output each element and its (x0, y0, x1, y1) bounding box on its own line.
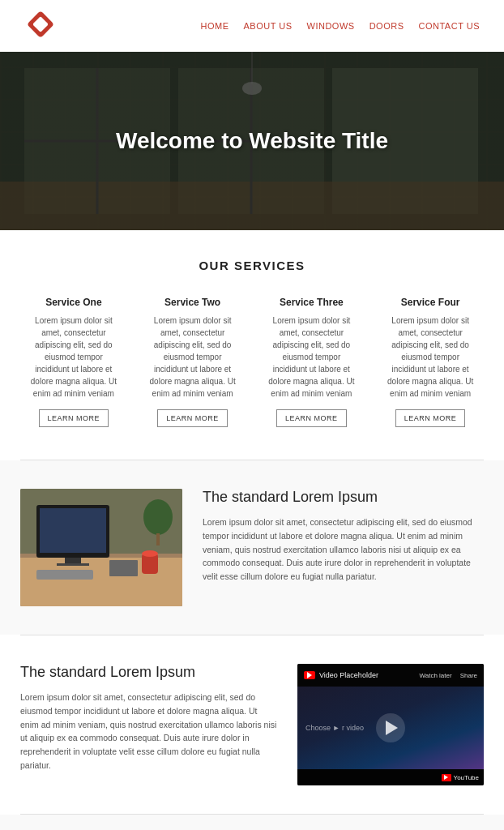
video-top-bar: Video Placeholder Watch later Share (297, 664, 484, 687)
service-desc-3: Lorem ipsum dolor sit amet, consectetur … (265, 314, 359, 400)
nav-windows[interactable]: WINDOWS (307, 21, 355, 31)
video-play-button[interactable] (376, 713, 405, 742)
learn-more-btn-4[interactable]: LEARN MORE (395, 409, 466, 427)
svg-rect-23 (109, 560, 138, 576)
svg-rect-25 (156, 533, 160, 545)
svg-point-24 (143, 499, 173, 535)
yt-play-triangle (307, 672, 312, 678)
services-grid: Service One Lorem ipsum dolor sit amet, … (20, 293, 484, 431)
service-desc-1: Lorem ipsum dolor sit amet, consectetur … (27, 314, 121, 400)
play-triangle-icon (386, 721, 398, 735)
feature-row-1: The standard Lorem Ipsum Lorem ipsum dol… (20, 489, 484, 606)
youtube-logo: YouTube (442, 774, 479, 781)
services-title: OUR SERVICES (20, 259, 484, 272)
yt-logo-play (444, 775, 448, 780)
logo[interactable] (24, 8, 57, 43)
learn-more-btn-2[interactable]: LEARN MORE (157, 409, 228, 427)
watch-later-label[interactable]: Watch later (419, 672, 451, 679)
svg-rect-20 (36, 570, 93, 580)
video-placeholder[interactable]: Video Placeholder Watch later Share Choo… (297, 664, 484, 785)
learn-more-btn-3[interactable]: LEARN MORE (276, 409, 347, 427)
feature-heading-1: The standard Lorem Ipsum (203, 489, 484, 506)
hero-title: Welcome to Website Title (116, 128, 388, 154)
feature-text-1: Lorem ipsum dolor sit amet, consectetur … (203, 516, 484, 584)
nav-contact[interactable]: CONTACT US (419, 21, 481, 31)
service-title-2: Service Two (146, 297, 240, 308)
feature-image-1 (20, 489, 182, 606)
service-card-4: Service Four Lorem ipsum dolor sit amet,… (377, 293, 484, 431)
video-top-left: Video Placeholder (304, 671, 378, 679)
svg-rect-17 (40, 508, 106, 553)
learn-more-btn-1[interactable]: LEARN MORE (39, 409, 109, 427)
service-title-1: Service One (27, 297, 121, 308)
video-choose-text: Choose ► r video (305, 724, 364, 732)
feature-section-1: The standard Lorem Ipsum Lorem ipsum dol… (0, 460, 504, 635)
navigation: HOME ABOUT US WINDOWS DOORS CONTACT US (201, 21, 480, 31)
location-section: OUR LOCATION ADDRESS 450 Baxter Avenue #… (0, 815, 504, 830)
feature-text-2: Lorem ipsum dolor sit amet, consectetur … (20, 691, 277, 772)
share-label[interactable]: Share (460, 672, 477, 679)
svg-point-22 (142, 550, 158, 557)
nav-about[interactable]: ABOUT US (244, 21, 293, 31)
service-card-2: Service Two Lorem ipsum dolor sit amet, … (139, 293, 246, 431)
header: HOME ABOUT US WINDOWS DOORS CONTACT US (0, 0, 504, 52)
video-top-right: Watch later Share (419, 672, 477, 679)
hero-section: Welcome to Website Title (0, 52, 504, 230)
video-bottom-bar: YouTube (297, 769, 484, 785)
service-card-1: Service One Lorem ipsum dolor sit amet, … (20, 293, 127, 431)
svg-rect-18 (65, 558, 81, 564)
feature-content-2: The standard Lorem Ipsum Lorem ipsum dol… (20, 664, 277, 772)
service-desc-4: Lorem ipsum dolor sit amet, consectetur … (383, 314, 477, 400)
service-card-3: Service Three Lorem ipsum dolor sit amet… (258, 293, 365, 431)
yt-label: YouTube (454, 774, 479, 781)
service-title-4: Service Four (383, 297, 477, 308)
svg-rect-19 (57, 563, 89, 566)
youtube-icon-small (304, 671, 315, 679)
feature-heading-2: The standard Lorem Ipsum (20, 664, 277, 681)
video-placeholder-label: Video Placeholder (319, 671, 378, 679)
video-body: Choose ► r video (297, 687, 484, 769)
service-title-3: Service Three (265, 297, 359, 308)
service-desc-2: Lorem ipsum dolor sit amet, consectetur … (146, 314, 240, 400)
yt-logo-icon (442, 774, 451, 781)
feature-section-2: The standard Lorem Ipsum Lorem ipsum dol… (0, 635, 504, 814)
feature-row-2: The standard Lorem Ipsum Lorem ipsum dol… (20, 664, 484, 785)
nav-doors[interactable]: DOORS (369, 21, 404, 31)
nav-home[interactable]: HOME (201, 21, 229, 31)
services-section: OUR SERVICES Service One Lorem ipsum dol… (0, 230, 504, 460)
feature-content-1: The standard Lorem Ipsum Lorem ipsum dol… (203, 489, 484, 584)
